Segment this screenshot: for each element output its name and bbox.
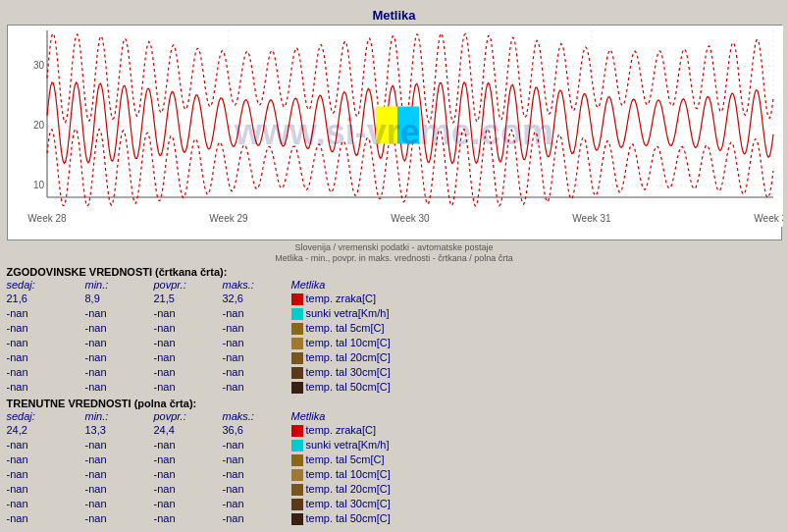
cell-sedaj: -nan (7, 497, 85, 511)
cell-min: 13,3 (85, 423, 154, 438)
cell-sedaj: -nan (7, 350, 85, 365)
cell-maks: -nan (223, 336, 291, 350)
col-maks-c: maks.: (223, 410, 291, 422)
historic-col-headers: sedaj: min.: povpr.: maks.: Metlika (7, 279, 782, 291)
col-metlika-c: Metlika (291, 410, 782, 422)
cell-maks: -nan (223, 321, 291, 336)
cell-povpr: -nan (154, 350, 223, 365)
col-metlika-h: Metlika (291, 279, 782, 291)
cell-povpr: -nan (154, 306, 223, 321)
color-swatch (291, 352, 303, 364)
cell-sedaj: 24,2 (7, 423, 85, 438)
chart-title: Metlika (4, 4, 784, 25)
historic-header: ZGODOVINSKE VREDNOSTI (črtkana črta): (7, 266, 782, 278)
table-row: 24,2 13,3 24,4 36,6 temp. zraka[C] (7, 423, 782, 438)
legend-label: temp. zraka[C] (306, 423, 377, 438)
cell-maks: -nan (223, 380, 291, 395)
cell-min: -nan (85, 336, 154, 350)
cell-min: -nan (85, 511, 154, 526)
col-sedaj-c: sedaj: (7, 410, 85, 422)
cell-maks: 32,6 (223, 292, 291, 306)
legend-item: temp. tal 50cm[C] (291, 511, 782, 526)
cell-povpr: -nan (154, 497, 223, 511)
current-rows: 24,2 13,3 24,4 36,6 temp. zraka[C] -nan … (7, 423, 782, 526)
legend-label: sunki vetra[Km/h] (306, 306, 390, 321)
legend-label: temp. tal 20cm[C] (306, 482, 391, 497)
cell-sedaj: -nan (7, 321, 85, 336)
cell-povpr: -nan (154, 467, 223, 482)
cell-povpr: -nan (154, 452, 223, 467)
col-povpr-h: povpr.: (154, 279, 223, 291)
legend-item: temp. tal 5cm[C] (291, 321, 782, 336)
cell-povpr: -nan (154, 365, 223, 380)
table-row: -nan -nan -nan -nan temp. tal 5cm[C] (7, 321, 782, 336)
cell-sedaj: -nan (7, 336, 85, 350)
color-swatch (291, 469, 303, 481)
legend-label: temp. tal 5cm[C] (306, 452, 385, 467)
legend-item: temp. tal 50cm[C] (291, 380, 782, 395)
legend-item: sunki vetra[Km/h] (291, 438, 782, 452)
col-sedaj-h: sedaj: (7, 279, 85, 291)
table-row: -nan -nan -nan -nan temp. tal 10cm[C] (7, 467, 782, 482)
cell-maks: 36,6 (223, 423, 291, 438)
legend-label: temp. tal 20cm[C] (306, 350, 391, 365)
cell-min: -nan (85, 306, 154, 321)
table-row: -nan -nan -nan -nan temp. tal 20cm[C] (7, 482, 782, 497)
cell-maks: -nan (223, 482, 291, 497)
cell-povpr: -nan (154, 321, 223, 336)
legend-label: temp. tal 30cm[C] (306, 497, 391, 511)
cell-maks: -nan (223, 452, 291, 467)
legend-label: temp. zraka[C] (306, 292, 377, 306)
color-swatch (291, 382, 303, 394)
legend-item: temp. tal 10cm[C] (291, 467, 782, 482)
cell-sedaj: -nan (7, 438, 85, 452)
legend-item: temp. tal 5cm[C] (291, 452, 782, 467)
subtitle1: Slovenija / vremenski podatki - avtomats… (4, 242, 784, 252)
cell-min: -nan (85, 365, 154, 380)
color-swatch (291, 367, 303, 379)
legend-item: temp. tal 10cm[C] (291, 336, 782, 350)
table-row: -nan -nan -nan -nan temp. tal 30cm[C] (7, 497, 782, 511)
legend-item: temp. tal 20cm[C] (291, 482, 782, 497)
color-swatch (291, 454, 303, 466)
cell-min: -nan (85, 350, 154, 365)
legend-label: temp. tal 30cm[C] (306, 365, 391, 380)
cell-min: -nan (85, 467, 154, 482)
data-table: ZGODOVINSKE VREDNOSTI (črtkana črta): se… (7, 266, 782, 526)
cell-maks: -nan (223, 511, 291, 526)
legend-label: temp. tal 10cm[C] (306, 336, 391, 350)
cell-maks: -nan (223, 350, 291, 365)
historic-rows: 21,6 8,9 21,5 32,6 temp. zraka[C] -nan -… (7, 292, 782, 395)
table-row: -nan -nan -nan -nan temp. tal 30cm[C] (7, 365, 782, 380)
color-swatch (291, 338, 303, 349)
col-maks-h: maks.: (223, 279, 291, 291)
col-povpr-c: povpr.: (154, 410, 223, 422)
subtitle2: Metlika - min., povpr. in maks. vrednost… (4, 253, 784, 263)
cell-maks: -nan (223, 497, 291, 511)
cell-sedaj: 21,6 (7, 292, 85, 306)
chart-canvas (8, 26, 783, 227)
legend-item: temp. tal 30cm[C] (291, 365, 782, 380)
color-swatch (291, 323, 303, 335)
legend-label: temp. tal 50cm[C] (306, 511, 391, 526)
color-swatch (291, 499, 303, 510)
cell-povpr: -nan (154, 336, 223, 350)
legend-item: temp. zraka[C] (291, 423, 782, 438)
cell-maks: -nan (223, 438, 291, 452)
legend-item: temp. tal 20cm[C] (291, 350, 782, 365)
cell-sedaj: -nan (7, 482, 85, 497)
color-swatch (291, 484, 303, 496)
cell-min: -nan (85, 380, 154, 395)
cell-povpr: 24,4 (154, 423, 223, 438)
color-swatch (291, 440, 303, 452)
cell-sedaj: -nan (7, 365, 85, 380)
color-swatch (291, 513, 303, 525)
cell-sedaj: -nan (7, 306, 85, 321)
table-row: -nan -nan -nan -nan temp. tal 50cm[C] (7, 511, 782, 526)
cell-sedaj: -nan (7, 452, 85, 467)
cell-povpr: 21,5 (154, 292, 223, 306)
cell-maks: -nan (223, 365, 291, 380)
cell-min: -nan (85, 321, 154, 336)
table-row: -nan -nan -nan -nan sunki vetra[Km/h] (7, 306, 782, 321)
cell-min: -nan (85, 452, 154, 467)
